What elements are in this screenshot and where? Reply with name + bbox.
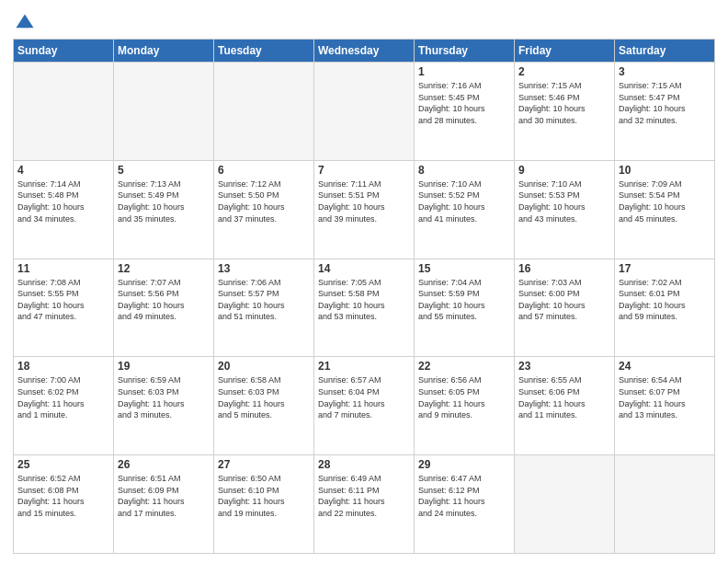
day-header-wednesday: Wednesday [314, 40, 415, 63]
day-info: Sunrise: 7:00 AM Sunset: 6:02 PM Dayligh… [17, 374, 109, 420]
calendar-cell [515, 455, 615, 554]
day-header-friday: Friday [515, 40, 615, 63]
calendar-cell: 12Sunrise: 7:07 AM Sunset: 5:56 PM Dayli… [114, 259, 214, 357]
logo [13, 13, 35, 33]
calendar-cell: 10Sunrise: 7:09 AM Sunset: 5:54 PM Dayli… [615, 160, 715, 259]
calendar-cell [314, 63, 415, 161]
svg-rect-1 [21, 22, 28, 28]
calendar-cell: 28Sunrise: 6:49 AM Sunset: 6:11 PM Dayli… [314, 455, 415, 554]
calendar: SundayMondayTuesdayWednesdayThursdayFrid… [13, 39, 715, 554]
week-row-4: 25Sunrise: 6:52 AM Sunset: 6:08 PM Dayli… [14, 455, 715, 554]
calendar-cell: 29Sunrise: 6:47 AM Sunset: 6:12 PM Dayli… [415, 455, 515, 554]
day-number: 22 [418, 360, 510, 373]
day-info: Sunrise: 7:09 AM Sunset: 5:54 PM Dayligh… [619, 178, 711, 224]
day-info: Sunrise: 7:16 AM Sunset: 5:45 PM Dayligh… [418, 80, 510, 126]
page: SundayMondayTuesdayWednesdayThursdayFrid… [0, 0, 728, 563]
logo-icon [15, 13, 35, 33]
day-header-saturday: Saturday [615, 40, 715, 63]
calendar-header-row: SundayMondayTuesdayWednesdayThursdayFrid… [14, 40, 715, 63]
day-number: 9 [518, 164, 610, 177]
calendar-cell: 16Sunrise: 7:03 AM Sunset: 6:00 PM Dayli… [515, 259, 615, 357]
week-row-0: 1Sunrise: 7:16 AM Sunset: 5:45 PM Daylig… [14, 63, 715, 161]
day-header-monday: Monday [114, 40, 214, 63]
day-number: 20 [218, 360, 310, 373]
day-number: 11 [17, 262, 109, 275]
day-info: Sunrise: 7:06 AM Sunset: 5:57 PM Dayligh… [218, 277, 310, 323]
day-info: Sunrise: 7:10 AM Sunset: 5:52 PM Dayligh… [418, 178, 510, 224]
day-info: Sunrise: 6:59 AM Sunset: 6:03 PM Dayligh… [118, 374, 210, 420]
day-info: Sunrise: 6:52 AM Sunset: 6:08 PM Dayligh… [17, 473, 109, 519]
day-number: 1 [418, 65, 510, 78]
day-info: Sunrise: 7:10 AM Sunset: 5:53 PM Dayligh… [518, 178, 610, 224]
day-number: 8 [418, 164, 510, 177]
calendar-cell: 5Sunrise: 7:13 AM Sunset: 5:49 PM Daylig… [114, 160, 214, 259]
day-header-thursday: Thursday [415, 40, 515, 63]
week-row-1: 4Sunrise: 7:14 AM Sunset: 5:48 PM Daylig… [14, 160, 715, 259]
day-info: Sunrise: 7:14 AM Sunset: 5:48 PM Dayligh… [17, 178, 109, 224]
calendar-cell: 22Sunrise: 6:56 AM Sunset: 6:05 PM Dayli… [415, 357, 515, 455]
day-info: Sunrise: 7:08 AM Sunset: 5:55 PM Dayligh… [17, 277, 109, 323]
day-info: Sunrise: 7:15 AM Sunset: 5:46 PM Dayligh… [518, 80, 610, 126]
calendar-cell: 11Sunrise: 7:08 AM Sunset: 5:55 PM Dayli… [14, 259, 114, 357]
day-info: Sunrise: 7:11 AM Sunset: 5:51 PM Dayligh… [318, 178, 410, 224]
day-number: 3 [619, 65, 711, 78]
header [13, 9, 715, 33]
day-number: 4 [17, 164, 109, 177]
calendar-cell: 23Sunrise: 6:55 AM Sunset: 6:06 PM Dayli… [515, 357, 615, 455]
calendar-cell: 3Sunrise: 7:15 AM Sunset: 5:47 PM Daylig… [615, 63, 715, 161]
day-info: Sunrise: 7:12 AM Sunset: 5:50 PM Dayligh… [218, 178, 310, 224]
calendar-cell: 27Sunrise: 6:50 AM Sunset: 6:10 PM Dayli… [214, 455, 314, 554]
day-info: Sunrise: 6:51 AM Sunset: 6:09 PM Dayligh… [118, 473, 210, 519]
day-info: Sunrise: 7:07 AM Sunset: 5:56 PM Dayligh… [118, 277, 210, 323]
day-info: Sunrise: 6:49 AM Sunset: 6:11 PM Dayligh… [318, 473, 410, 519]
calendar-cell [214, 63, 314, 161]
calendar-cell: 15Sunrise: 7:04 AM Sunset: 5:59 PM Dayli… [415, 259, 515, 357]
week-row-2: 11Sunrise: 7:08 AM Sunset: 5:55 PM Dayli… [14, 259, 715, 357]
day-number: 18 [17, 360, 109, 373]
day-info: Sunrise: 7:02 AM Sunset: 6:01 PM Dayligh… [619, 277, 711, 323]
day-info: Sunrise: 6:57 AM Sunset: 6:04 PM Dayligh… [318, 374, 410, 420]
day-number: 23 [518, 360, 610, 373]
day-number: 26 [118, 458, 210, 471]
day-header-tuesday: Tuesday [214, 40, 314, 63]
day-info: Sunrise: 6:55 AM Sunset: 6:06 PM Dayligh… [518, 374, 610, 420]
day-info: Sunrise: 7:05 AM Sunset: 5:58 PM Dayligh… [318, 277, 410, 323]
day-number: 6 [218, 164, 310, 177]
day-number: 10 [619, 164, 711, 177]
day-number: 5 [118, 164, 210, 177]
day-number: 15 [418, 262, 510, 275]
day-number: 19 [118, 360, 210, 373]
day-info: Sunrise: 7:04 AM Sunset: 5:59 PM Dayligh… [418, 277, 510, 323]
calendar-cell: 14Sunrise: 7:05 AM Sunset: 5:58 PM Dayli… [314, 259, 415, 357]
day-number: 14 [318, 262, 410, 275]
day-number: 16 [518, 262, 610, 275]
calendar-cell [14, 63, 114, 161]
calendar-cell: 13Sunrise: 7:06 AM Sunset: 5:57 PM Dayli… [214, 259, 314, 357]
day-number: 28 [318, 458, 410, 471]
day-number: 12 [118, 262, 210, 275]
day-info: Sunrise: 7:13 AM Sunset: 5:49 PM Dayligh… [118, 178, 210, 224]
calendar-cell: 17Sunrise: 7:02 AM Sunset: 6:01 PM Dayli… [615, 259, 715, 357]
calendar-cell: 25Sunrise: 6:52 AM Sunset: 6:08 PM Dayli… [14, 455, 114, 554]
calendar-cell [615, 455, 715, 554]
day-info: Sunrise: 6:47 AM Sunset: 6:12 PM Dayligh… [418, 473, 510, 519]
calendar-cell: 2Sunrise: 7:15 AM Sunset: 5:46 PM Daylig… [515, 63, 615, 161]
day-header-sunday: Sunday [14, 40, 114, 63]
calendar-cell: 9Sunrise: 7:10 AM Sunset: 5:53 PM Daylig… [515, 160, 615, 259]
calendar-cell: 21Sunrise: 6:57 AM Sunset: 6:04 PM Dayli… [314, 357, 415, 455]
day-info: Sunrise: 6:54 AM Sunset: 6:07 PM Dayligh… [619, 374, 711, 420]
day-number: 13 [218, 262, 310, 275]
calendar-cell: 4Sunrise: 7:14 AM Sunset: 5:48 PM Daylig… [14, 160, 114, 259]
calendar-cell: 19Sunrise: 6:59 AM Sunset: 6:03 PM Dayli… [114, 357, 214, 455]
week-row-3: 18Sunrise: 7:00 AM Sunset: 6:02 PM Dayli… [14, 357, 715, 455]
day-number: 17 [619, 262, 711, 275]
calendar-cell: 8Sunrise: 7:10 AM Sunset: 5:52 PM Daylig… [415, 160, 515, 259]
day-info: Sunrise: 6:50 AM Sunset: 6:10 PM Dayligh… [218, 473, 310, 519]
calendar-cell: 26Sunrise: 6:51 AM Sunset: 6:09 PM Dayli… [114, 455, 214, 554]
day-info: Sunrise: 6:56 AM Sunset: 6:05 PM Dayligh… [418, 374, 510, 420]
calendar-cell: 1Sunrise: 7:16 AM Sunset: 5:45 PM Daylig… [415, 63, 515, 161]
day-number: 27 [218, 458, 310, 471]
day-info: Sunrise: 7:15 AM Sunset: 5:47 PM Dayligh… [619, 80, 711, 126]
day-number: 7 [318, 164, 410, 177]
calendar-cell: 18Sunrise: 7:00 AM Sunset: 6:02 PM Dayli… [14, 357, 114, 455]
